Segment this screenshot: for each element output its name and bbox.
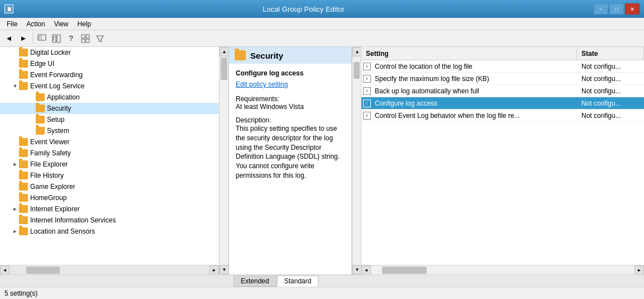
vscroll-up-2[interactable]: ▲ xyxy=(352,47,362,56)
expand-icon[interactable] xyxy=(28,105,36,112)
tree-item-iis[interactable]: Internet Information Services xyxy=(0,215,219,226)
expand-icon[interactable] xyxy=(28,127,36,135)
tree-label: Internet Information Services xyxy=(30,216,116,224)
expand-icon[interactable] xyxy=(11,183,19,191)
close-button[interactable]: ✕ xyxy=(625,3,640,15)
grid-button[interactable] xyxy=(79,32,92,45)
right-hscroll-right[interactable]: ► xyxy=(635,265,644,275)
back-button[interactable]: ◄ xyxy=(2,32,16,45)
tree-item-file-explorer[interactable]: ► File Explorer xyxy=(0,159,219,170)
maximize-button[interactable]: □ xyxy=(609,3,624,15)
folder-icon xyxy=(19,149,28,157)
tree-item-event-log-service[interactable]: ▼ Event Log Service xyxy=(0,80,219,92)
vscroll-track xyxy=(220,56,228,265)
tree-item-setup[interactable]: Setup xyxy=(0,114,219,125)
row-label: Specify the maximum log file size (KB) xyxy=(373,75,577,83)
forward-button[interactable]: ► xyxy=(17,32,30,45)
menu-view[interactable]: View xyxy=(50,19,73,29)
table-row[interactable]: i Specify the maximum log file size (KB)… xyxy=(361,73,644,85)
expand-icon[interactable] xyxy=(11,60,19,68)
row-icon: i xyxy=(361,61,373,72)
svg-rect-10 xyxy=(86,39,89,42)
folder-icon xyxy=(19,172,28,179)
expand-icon[interactable] xyxy=(11,149,19,157)
row-label: Back up log automatically when full xyxy=(373,87,577,95)
edit-policy-link[interactable]: Edit policy setting xyxy=(236,80,345,88)
requirements-label: Requirements: xyxy=(236,95,345,103)
tab-standard[interactable]: Standard xyxy=(277,276,319,287)
svg-marker-11 xyxy=(97,36,103,42)
table-row[interactable]: i Configure log access Not configu... xyxy=(361,97,644,110)
folder-icon xyxy=(19,183,28,191)
folder-icon xyxy=(19,160,28,168)
security-folder-icon xyxy=(235,50,246,60)
up-button[interactable] xyxy=(50,32,63,45)
svg-rect-8 xyxy=(86,35,89,38)
expand-icon[interactable]: ► xyxy=(11,160,19,168)
right-hscroll-thumb[interactable] xyxy=(382,267,427,274)
help-button[interactable]: ? xyxy=(64,32,78,45)
tree-item-internet-explorer[interactable]: ► Internet Explorer xyxy=(0,203,219,215)
tree-item-security[interactable]: Security xyxy=(0,103,219,114)
left-vscroll[interactable]: ▲ ▼ xyxy=(219,47,228,274)
tree-item-event-viewer[interactable]: Event Viewer xyxy=(0,136,219,148)
expand-icon[interactable]: ► xyxy=(11,227,19,235)
vscroll-thumb[interactable] xyxy=(221,58,227,80)
table-row[interactable]: i Control the location of the log file N… xyxy=(361,60,644,73)
table-row[interactable]: i Back up log automatically when full No… xyxy=(361,85,644,97)
svg-rect-1 xyxy=(39,36,41,40)
tree-label: Security xyxy=(47,105,71,112)
tree-item-application[interactable]: Application xyxy=(0,92,219,103)
folder-icon xyxy=(19,194,28,202)
middle-pane: Security Configure log access Edit polic… xyxy=(229,47,352,274)
tree-container[interactable]: Digital Locker Edge UI Event Forwarding xyxy=(0,47,219,265)
left-hscroll-bar[interactable]: ◄ ► xyxy=(0,265,219,274)
folder-icon xyxy=(19,49,28,56)
expand-icon[interactable] xyxy=(11,194,19,202)
tree-item-digital-locker[interactable]: Digital Locker xyxy=(0,47,219,58)
tree-item-edge-ui[interactable]: Edge UI xyxy=(0,58,219,69)
filter-button[interactable] xyxy=(93,32,107,45)
expand-icon[interactable] xyxy=(11,49,19,56)
vscroll-up[interactable]: ▲ xyxy=(220,47,229,56)
row-label: Control the location of the log file xyxy=(373,63,577,70)
menu-file[interactable]: File xyxy=(2,19,22,29)
setting-name: Configure log access xyxy=(236,69,345,77)
expand-icon[interactable] xyxy=(11,216,19,224)
folder-icon xyxy=(19,138,28,146)
expand-icon[interactable] xyxy=(28,93,36,101)
table-row[interactable]: i Control Event Log behavior when the lo… xyxy=(361,110,644,122)
hscroll-left-arrow[interactable]: ◄ xyxy=(0,265,9,275)
expand-icon[interactable] xyxy=(11,138,19,146)
main-area: Digital Locker Edge UI Event Forwarding xyxy=(0,47,644,274)
show-hide-button[interactable] xyxy=(35,32,49,45)
expand-icon[interactable] xyxy=(28,116,36,124)
menu-action[interactable]: Action xyxy=(22,19,49,29)
svg-rect-7 xyxy=(82,35,85,38)
expand-icon[interactable] xyxy=(11,172,19,179)
hscroll-right-arrow[interactable]: ► xyxy=(209,265,219,275)
tree-item-event-forwarding[interactable]: Event Forwarding xyxy=(0,69,219,80)
tree-item-location-sensors[interactable]: ► Location and Sensors xyxy=(0,226,219,237)
right-pane: Setting State i Control the location of … xyxy=(361,47,644,274)
tab-extended[interactable]: Extended xyxy=(233,276,276,287)
expand-icon[interactable] xyxy=(11,71,19,79)
minimize-button[interactable]: − xyxy=(594,3,608,15)
right-hscroll-left[interactable]: ◄ xyxy=(361,265,371,275)
expand-icon[interactable]: ► xyxy=(11,205,19,213)
tree-item-homegroup[interactable]: HomeGroup xyxy=(0,192,219,203)
tree-item-game-explorer[interactable]: Game Explorer xyxy=(0,181,219,192)
left-pane-inner: Digital Locker Edge UI Event Forwarding xyxy=(0,47,219,274)
menu-help[interactable]: Help xyxy=(73,19,96,29)
tree-item-file-history[interactable]: File History xyxy=(0,170,219,181)
tree-label: Digital Locker xyxy=(30,49,71,56)
right-hscroll[interactable]: ◄ ► xyxy=(361,265,644,274)
tree-item-system[interactable]: System xyxy=(0,125,219,136)
tree-item-family-safety[interactable]: Family Safety xyxy=(0,148,219,159)
tree-label: Application xyxy=(47,93,80,101)
vscroll-down-2[interactable]: ▼ xyxy=(352,265,362,274)
row-state: Not configu... xyxy=(577,112,644,120)
middle-vscroll[interactable]: ▲ ▼ xyxy=(352,47,361,274)
expand-icon[interactable]: ▼ xyxy=(11,82,19,90)
vscroll-down[interactable]: ▼ xyxy=(220,265,229,274)
